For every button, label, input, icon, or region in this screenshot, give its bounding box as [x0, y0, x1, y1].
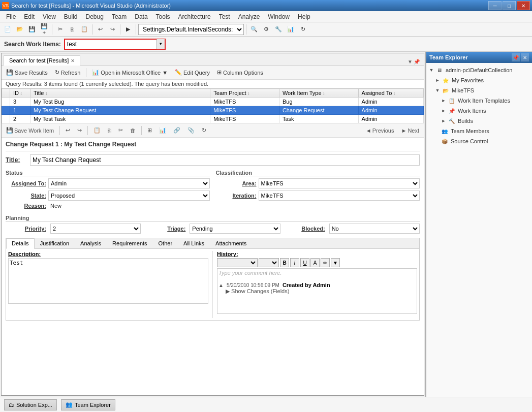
te-wi-templates-item[interactable]: ► 📋 Work Item Templates	[426, 96, 532, 106]
underline-button[interactable]: U	[300, 258, 309, 267]
scrolldown-button[interactable]: ▼	[331, 258, 340, 267]
col-header-assigned[interactable]: Assigned To	[358, 89, 423, 98]
menu-test[interactable]: Test	[215, 12, 234, 21]
toolbar-extra-5[interactable]: ↻	[297, 24, 308, 35]
history-size-combo[interactable]	[259, 258, 279, 267]
te-pin-button[interactable]: 📌	[512, 53, 520, 61]
col-header-id[interactable]: ID	[10, 89, 30, 98]
menu-debug[interactable]: Debug	[82, 12, 108, 21]
work-item-detail-scroll[interactable]: Change Request 1 : My Test Change Reques…	[2, 138, 424, 395]
col-header-project[interactable]: Team Project	[210, 89, 279, 98]
table-row[interactable]: 1 My Test Change Request MikeTFS Change …	[2, 106, 424, 115]
menu-file[interactable]: File	[2, 12, 20, 21]
save-results-button[interactable]: 💾 Save Results	[4, 67, 50, 78]
menu-architecture[interactable]: Architecture	[174, 12, 215, 21]
te-header-controls[interactable]: 📌 ✕	[512, 53, 529, 61]
toolbar-paste-button[interactable]: 📋	[79, 24, 90, 35]
solution-explorer-panel[interactable]: 🗂 Solution Exp...	[4, 399, 57, 410]
dtb-btn-7[interactable]: ⊞	[145, 125, 154, 136]
toolbar-save-all-button[interactable]: 💾+	[39, 24, 50, 35]
dtb-btn-10[interactable]: 📎	[185, 125, 197, 136]
col-header-pin[interactable]	[2, 89, 10, 98]
toolbar-save-button[interactable]: 💾	[26, 24, 38, 35]
te-favorites-item[interactable]: ► ⭐ My Favorites	[426, 75, 532, 85]
te-builds-expand[interactable]: ►	[441, 118, 447, 124]
previous-button[interactable]: ◄ Previous	[363, 125, 397, 136]
toolbar-copy-button[interactable]: ⎘	[67, 24, 78, 35]
te-server-item[interactable]: ▼ 🖥 admin-pc\DefaultCollection	[426, 65, 532, 75]
close-button[interactable]: ✕	[517, 1, 530, 10]
toolbar-config-combo[interactable]: Settings.Default.IntervalSeconds:	[138, 24, 244, 35]
tab-attachments[interactable]: Attachments	[210, 238, 252, 248]
title-bar-controls[interactable]: ─ □ ✕	[488, 1, 530, 10]
show-changes-link[interactable]: ▶ Show Changes (Fields)	[226, 288, 416, 295]
te-favorites-expand[interactable]: ►	[434, 77, 441, 83]
search-dropdown-button[interactable]: ▼	[157, 39, 165, 49]
te-project-expand[interactable]: ▼	[434, 87, 441, 93]
te-team-members-item[interactable]: 👥 Team Members	[426, 126, 532, 136]
collapse-icon[interactable]: ▲	[218, 282, 224, 288]
menu-team[interactable]: Team	[108, 12, 131, 21]
dtb-btn-6[interactable]: 🗑	[128, 125, 138, 136]
panel-pin-button[interactable]: 📌	[414, 59, 420, 65]
te-builds-item[interactable]: ► 🔨 Builds	[426, 116, 532, 126]
te-close-button[interactable]: ✕	[521, 53, 529, 61]
toolbar-open-button[interactable]: 📂	[14, 24, 25, 35]
tab-all-links[interactable]: All Links	[178, 238, 210, 248]
panel-dropdown-button[interactable]: ▼	[408, 59, 413, 65]
triage-select[interactable]: Pending	[190, 224, 280, 234]
tab-requirements[interactable]: Requirements	[107, 238, 152, 248]
priority-select[interactable]: 2	[50, 224, 141, 234]
toolbar-extra-2[interactable]: ⚙	[261, 24, 272, 35]
dtb-btn-1[interactable]: ↩	[63, 125, 73, 136]
tab-analysis[interactable]: Analysis	[75, 238, 107, 248]
font-color-button[interactable]: A	[310, 258, 320, 267]
te-source-control-item[interactable]: 📦 Source Control	[426, 136, 532, 146]
menu-edit[interactable]: Edit	[20, 12, 39, 21]
col-header-title[interactable]: Title	[30, 89, 210, 98]
office-dropdown-arrow[interactable]: ▼	[162, 70, 168, 76]
dtb-btn-5[interactable]: ✂	[116, 125, 126, 136]
table-row[interactable]: 3 My Test Bug MikeTFS Bug Admin	[2, 98, 424, 106]
highlight-button[interactable]: ✏	[321, 258, 330, 267]
tab-details[interactable]: Details	[6, 238, 35, 249]
menu-window[interactable]: Window	[264, 12, 294, 21]
te-work-items-item[interactable]: ► 📌 Work Items	[426, 106, 532, 116]
state-select[interactable]: Proposed	[48, 191, 210, 201]
dtb-btn-4[interactable]: ⎘	[105, 125, 114, 136]
dtb-btn-9[interactable]: 🔗	[171, 125, 183, 136]
open-office-button[interactable]: 📊 Open in Microsoft Office ▼	[89, 67, 170, 78]
next-button[interactable]: ► Next	[398, 125, 422, 136]
tab-other[interactable]: Other	[153, 238, 178, 248]
dtb-btn-3[interactable]: 📋	[91, 125, 103, 136]
menu-analyze[interactable]: Analyze	[234, 12, 264, 21]
toolbar-extra-3[interactable]: 🔧	[273, 24, 284, 35]
save-work-item-button[interactable]: 💾 Save Work Item	[4, 125, 56, 136]
toolbar-new-button[interactable]: 📄	[2, 24, 13, 35]
toolbar-redo-button[interactable]: ↪	[107, 24, 118, 35]
menu-view[interactable]: View	[39, 12, 60, 21]
minimize-button[interactable]: ─	[488, 1, 502, 10]
history-font-combo[interactable]	[217, 258, 258, 267]
search-input[interactable]	[65, 41, 157, 48]
dtb-btn-2[interactable]: ↪	[75, 125, 84, 136]
te-project-item[interactable]: ▼ 📂 MikeTFS	[426, 85, 532, 96]
te-server-expand[interactable]: ▼	[428, 67, 434, 73]
dtb-btn-11[interactable]: ↻	[199, 125, 209, 136]
tab-close-button[interactable]: ✕	[71, 58, 75, 64]
title-input[interactable]	[30, 154, 420, 166]
menu-tools[interactable]: Tools	[152, 12, 174, 21]
toolbar-cut-button[interactable]: ✂	[54, 24, 66, 35]
team-explorer-status-panel[interactable]: 👥 Team Explorer	[61, 399, 115, 410]
italic-button[interactable]: I	[290, 258, 299, 267]
table-row[interactable]: 2 My Test Task MikeTFS Task Admin	[2, 115, 424, 123]
assigned-to-select[interactable]: Admin	[48, 178, 210, 188]
menu-build[interactable]: Build	[60, 12, 82, 21]
maximize-button[interactable]: □	[503, 1, 516, 10]
te-wi-templates-expand[interactable]: ►	[441, 98, 447, 104]
col-header-type[interactable]: Work Item Type	[279, 89, 358, 98]
area-select[interactable]: MikeTFS	[259, 178, 420, 188]
search-results-tab[interactable]: Search for test [Results] ✕	[4, 55, 80, 66]
bold-button[interactable]: B	[280, 258, 289, 267]
column-options-button[interactable]: ⊞ Column Options	[214, 67, 266, 78]
